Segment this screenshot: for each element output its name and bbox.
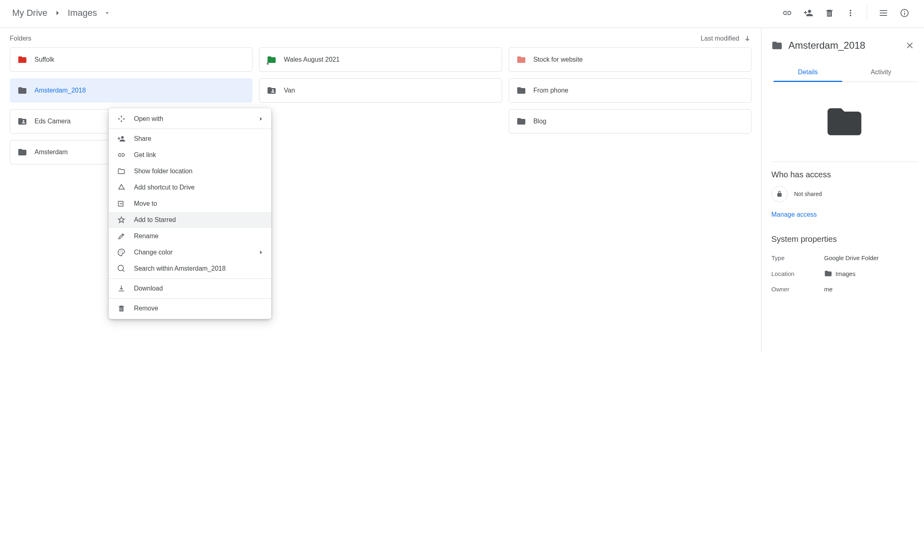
menu-label: Show folder location bbox=[134, 168, 192, 175]
link-icon bbox=[117, 151, 126, 159]
menu-divider bbox=[109, 298, 271, 299]
menu-show-location[interactable]: Show folder location bbox=[109, 163, 271, 179]
person-add-icon bbox=[117, 134, 126, 143]
details-tabs: Details Activity bbox=[771, 63, 918, 82]
sort-control[interactable]: Last modified bbox=[701, 34, 751, 43]
more-button[interactable] bbox=[841, 3, 860, 23]
folders-heading: Folders bbox=[10, 35, 31, 42]
menu-label: Add shortcut to Drive bbox=[134, 184, 194, 191]
folder-name: Amsterdam_2018 bbox=[35, 87, 86, 94]
folder-icon bbox=[17, 55, 27, 65]
menu-add-starred[interactable]: Add to Starred bbox=[109, 212, 271, 228]
menu-label: Remove bbox=[134, 305, 158, 312]
menu-open-with[interactable]: Open with bbox=[109, 111, 271, 127]
chevron-right-icon bbox=[257, 249, 265, 256]
menu-label: Share bbox=[134, 135, 151, 142]
folder-icon bbox=[267, 55, 276, 65]
prop-key: Location bbox=[771, 270, 824, 277]
menu-label: Get link bbox=[134, 151, 156, 159]
lock-icon bbox=[771, 186, 788, 202]
menu-search-within[interactable]: Search within Amsterdam_2018 bbox=[109, 261, 271, 277]
breadcrumb-dropdown-icon[interactable] bbox=[104, 9, 111, 17]
main-pane: Folders Last modified SuffolkWales Augus… bbox=[0, 28, 762, 353]
folder-item[interactable]: Stock for website bbox=[509, 47, 751, 72]
preview-thumbnail bbox=[771, 82, 918, 162]
context-menu: Open with Share Get link Show folder loc… bbox=[109, 108, 271, 319]
drive-shortcut-icon bbox=[117, 183, 126, 192]
view-list-button[interactable] bbox=[874, 3, 893, 23]
close-button[interactable] bbox=[902, 38, 918, 53]
folder-name: Blog bbox=[533, 118, 546, 125]
rename-icon bbox=[117, 232, 126, 241]
tab-activity[interactable]: Activity bbox=[844, 63, 918, 82]
access-status: Not shared bbox=[771, 186, 918, 202]
search-icon bbox=[117, 264, 126, 273]
folder-icon bbox=[771, 40, 783, 51]
star-icon bbox=[117, 215, 126, 224]
prop-location: Location Images bbox=[771, 265, 918, 282]
folder-icon bbox=[17, 116, 27, 126]
details-panel: Amsterdam_2018 Details Activity Who has … bbox=[762, 28, 924, 353]
menu-label: Change color bbox=[134, 249, 173, 256]
menu-label: Download bbox=[134, 285, 163, 292]
prop-val[interactable]: Images bbox=[824, 269, 855, 278]
download-icon bbox=[117, 284, 126, 293]
prop-key: Type bbox=[771, 254, 824, 261]
menu-divider bbox=[109, 278, 271, 279]
folder-name: Van bbox=[284, 87, 295, 94]
chevron-right-icon bbox=[53, 9, 62, 17]
menu-label: Open with bbox=[134, 115, 163, 123]
separator bbox=[867, 6, 867, 20]
menu-label: Move to bbox=[134, 200, 157, 207]
folder-item[interactable]: Blog bbox=[509, 109, 751, 134]
folder-icon bbox=[267, 86, 276, 95]
folder-name: Eds Camera bbox=[35, 118, 71, 125]
tab-details[interactable]: Details bbox=[771, 63, 844, 82]
menu-remove[interactable]: Remove bbox=[109, 300, 271, 317]
folder-icon bbox=[824, 269, 832, 278]
prop-val: me bbox=[824, 286, 833, 293]
folder-outline-icon bbox=[117, 167, 126, 176]
menu-share[interactable]: Share bbox=[109, 131, 271, 147]
folder-icon bbox=[17, 147, 27, 157]
breadcrumb-current[interactable]: Images bbox=[65, 6, 99, 20]
folder-item[interactable]: Suffolk bbox=[10, 47, 253, 72]
share-button[interactable] bbox=[799, 3, 818, 23]
delete-icon bbox=[117, 304, 126, 313]
folder-item[interactable]: Amsterdam_2018 bbox=[10, 78, 253, 103]
sort-label: Last modified bbox=[701, 35, 739, 42]
menu-move-to[interactable]: Move to bbox=[109, 196, 271, 212]
info-button[interactable] bbox=[895, 3, 914, 23]
location-name: Images bbox=[835, 270, 855, 277]
get-link-button[interactable] bbox=[777, 3, 797, 23]
chevron-right-icon bbox=[257, 115, 265, 123]
menu-label: Search within Amsterdam_2018 bbox=[134, 265, 226, 272]
folder-icon bbox=[516, 116, 526, 126]
prop-key: Owner bbox=[771, 286, 824, 293]
details-title: Amsterdam_2018 bbox=[788, 40, 896, 51]
folder-item[interactable]: From phone bbox=[509, 78, 751, 103]
breadcrumb: My Drive Images bbox=[10, 6, 111, 20]
menu-download[interactable]: Download bbox=[109, 280, 271, 297]
folder-name: From phone bbox=[533, 87, 568, 94]
breadcrumb-root[interactable]: My Drive bbox=[10, 6, 50, 20]
folder-item[interactable]: Wales August 2021 bbox=[259, 47, 502, 72]
manage-access-link[interactable]: Manage access bbox=[771, 211, 817, 218]
move-icon bbox=[117, 199, 126, 208]
menu-change-color[interactable]: Change color bbox=[109, 244, 271, 261]
menu-get-link[interactable]: Get link bbox=[109, 147, 271, 163]
folder-icon bbox=[17, 86, 27, 95]
who-has-access-heading: Who has access bbox=[771, 170, 918, 179]
folder-icon bbox=[516, 86, 526, 95]
folder-name: Stock for website bbox=[533, 56, 583, 63]
folder-item[interactable]: Van bbox=[259, 78, 502, 103]
sort-direction-icon bbox=[743, 34, 751, 43]
menu-rename[interactable]: Rename bbox=[109, 228, 271, 244]
menu-add-shortcut[interactable]: Add shortcut to Drive bbox=[109, 179, 271, 196]
menu-divider bbox=[109, 129, 271, 129]
folder-icon bbox=[516, 55, 526, 65]
delete-button[interactable] bbox=[820, 3, 839, 23]
prop-owner: Owner me bbox=[771, 282, 918, 297]
header-actions bbox=[777, 3, 914, 23]
folder-name: Suffolk bbox=[35, 56, 54, 63]
